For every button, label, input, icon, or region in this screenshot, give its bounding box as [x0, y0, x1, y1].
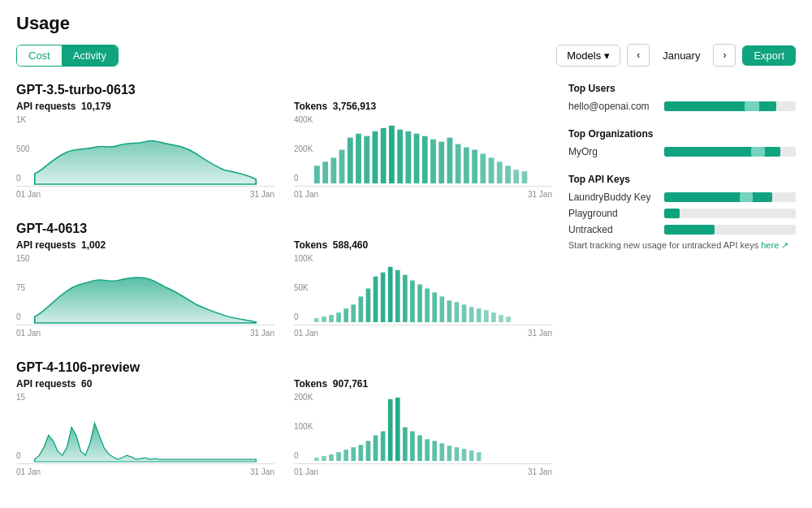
y-max-label: 1K	[16, 115, 26, 124]
svg-rect-53	[314, 458, 319, 461]
svg-rect-74	[469, 450, 474, 461]
model-section-gpt35: GPT-3.5-turbo-0613 API requests 10,179 1…	[16, 83, 552, 199]
axis-start: 01 Jan	[16, 190, 41, 199]
top-keys-section: Top API Keys LaundryBuddy Key Playground	[568, 174, 796, 251]
svg-rect-31	[351, 304, 356, 322]
svg-rect-67	[417, 435, 422, 461]
requests-label-gpt4: API requests 1,002	[16, 239, 274, 251]
ty-max-label: 200K	[294, 393, 313, 402]
svg-rect-24	[513, 170, 519, 183]
ty-mid-label: 200K	[294, 144, 313, 153]
svg-rect-27	[322, 316, 326, 322]
requests-value-gpt4preview: 60	[81, 378, 92, 390]
ty-min-label: 0	[294, 451, 299, 460]
user-bar-secondary-0	[745, 101, 759, 111]
requests-chart-area-gpt4preview: 15 0	[16, 391, 274, 464]
untracked-note: Start tracking new usage for untracked A…	[568, 240, 796, 251]
axis-end: 31 Jan	[528, 329, 552, 338]
top-bar-right: Models ▾ ‹ January › Export	[556, 44, 796, 67]
page-title: Usage	[16, 13, 796, 34]
top-orgs-title: Top Organizations	[568, 128, 796, 140]
svg-rect-55	[329, 454, 334, 461]
svg-rect-51	[499, 315, 503, 322]
axis-start: 01 Jan	[294, 467, 318, 476]
svg-rect-14	[430, 140, 436, 183]
sidebar-user-row-0: hello@openai.com	[568, 101, 796, 112]
y-max-label: 150	[16, 254, 30, 263]
user-bar-primary-0	[664, 101, 776, 111]
svg-rect-19	[472, 150, 477, 184]
model-name-gpt4preview: GPT-4-1106-preview	[16, 360, 552, 375]
svg-rect-62	[381, 431, 386, 461]
svg-rect-48	[477, 308, 482, 322]
requests-chart-area-gpt35: 1K 500 0	[16, 114, 274, 187]
month-label: January	[656, 45, 706, 66]
prev-month-button[interactable]: ‹	[627, 44, 650, 67]
ty-mid-label: 100K	[294, 422, 313, 431]
y-max-label: 15	[16, 393, 25, 402]
svg-rect-64	[395, 398, 400, 461]
y-min-label: 0	[16, 451, 21, 460]
axis-start: 01 Jan	[294, 329, 318, 338]
key-bar-primary-1	[664, 209, 680, 218]
sidebar-key-row-2: Untracked	[568, 224, 796, 235]
svg-rect-61	[374, 435, 378, 461]
requests-label-gpt4preview: API requests 60	[16, 378, 274, 390]
org-bar-primary-0	[664, 147, 780, 157]
svg-rect-35	[381, 273, 386, 322]
svg-rect-49	[484, 310, 489, 322]
ty-max-label: 100K	[294, 254, 313, 263]
svg-rect-42	[432, 292, 437, 322]
svg-rect-70	[439, 443, 444, 461]
svg-rect-12	[414, 134, 420, 183]
svg-rect-59	[359, 445, 364, 461]
models-dropdown[interactable]: Models ▾	[556, 45, 620, 67]
svg-rect-36	[388, 267, 393, 322]
next-month-button[interactable]: ›	[713, 44, 736, 67]
ty-max-label: 400K	[294, 115, 313, 124]
tokens-chart-gpt4preview: Tokens 907,761 200K 100K 0	[294, 378, 552, 476]
tokens-chart-area-gpt35: 400K 200K 0	[294, 114, 552, 187]
svg-rect-7	[373, 131, 378, 183]
svg-rect-10	[397, 130, 403, 183]
page-container: Usage Cost Activity Models ▾ ‹ January ›…	[0, 0, 812, 508]
svg-rect-46	[462, 304, 467, 322]
key-label-1: Playground	[568, 208, 658, 219]
y-mid-label: 500	[16, 144, 30, 153]
tab-activity[interactable]: Activity	[62, 45, 118, 66]
svg-rect-3	[339, 150, 345, 184]
key-bar-track-2	[664, 225, 796, 235]
tokens-label-gpt4preview: Tokens 907,761	[294, 378, 552, 390]
key-bar-track-1	[664, 209, 796, 218]
svg-rect-37	[395, 270, 400, 322]
tokens-chart-gpt35: Tokens 3,756,913 400K 200K 0	[294, 101, 552, 199]
export-button[interactable]: Export	[742, 45, 796, 66]
key-label-2: Untracked	[568, 224, 658, 235]
svg-rect-44	[447, 300, 452, 322]
svg-rect-6	[364, 136, 369, 183]
requests-chart-gpt4preview: API requests 60 15 0 01 Jan	[16, 378, 274, 476]
tokens-value-gpt4: 588,460	[333, 239, 368, 251]
svg-rect-13	[422, 136, 428, 183]
axis-start: 01 Jan	[16, 329, 41, 338]
untracked-link[interactable]: here ↗	[761, 240, 788, 250]
svg-rect-9	[389, 126, 395, 183]
svg-rect-23	[505, 166, 511, 183]
svg-rect-45	[455, 302, 460, 322]
svg-rect-60	[366, 441, 371, 461]
user-bar-track-0	[664, 101, 796, 111]
org-bar-track-0	[664, 147, 796, 157]
svg-rect-17	[456, 144, 461, 183]
ty-min-label: 0	[294, 174, 299, 183]
model-section-gpt4: GPT-4-0613 API requests 1,002 150 75 0	[16, 222, 552, 338]
axis-start: 01 Jan	[294, 190, 318, 199]
area-path	[35, 141, 257, 184]
svg-rect-1	[322, 161, 328, 183]
axis-end: 31 Jan	[250, 329, 274, 338]
tab-cost[interactable]: Cost	[17, 45, 62, 66]
svg-rect-4	[348, 138, 353, 183]
tokens-label-gpt35: Tokens 3,756,913	[294, 101, 552, 112]
svg-rect-32	[359, 296, 364, 322]
svg-rect-73	[462, 449, 467, 461]
svg-rect-15	[438, 142, 444, 183]
